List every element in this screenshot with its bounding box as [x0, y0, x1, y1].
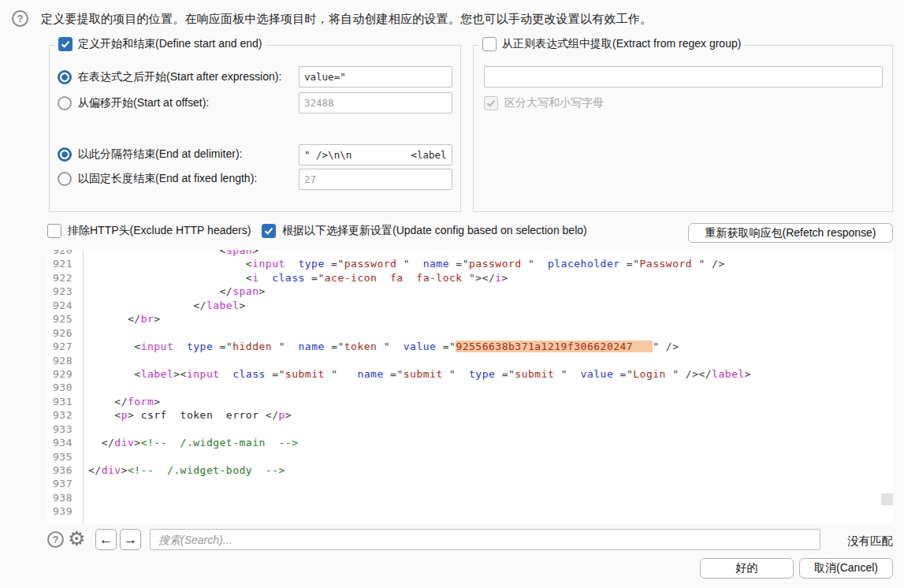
- define-start-end-group: 定义开始和结束(Define start and end) 在表达式之后开始(S…: [49, 45, 461, 212]
- radio-end-at-fixed-length[interactable]: [58, 172, 72, 186]
- dialog-help-icon[interactable]: ?: [12, 10, 28, 27]
- code-line: 923 </span>: [47, 285, 893, 298]
- radio-end-at-delimiter[interactable]: [58, 147, 72, 162]
- cancel-button[interactable]: 取消(Cancel): [799, 558, 893, 579]
- search-input[interactable]: [150, 529, 820, 550]
- left-arrow-icon: ←: [99, 532, 113, 548]
- define-start-end-label: 定义开始和结束(Define start and end): [78, 37, 262, 51]
- start-at-offset-label: 从偏移开始(Start at offset):: [78, 96, 209, 110]
- extract-item-dialog: ? 定义要提取的项目的位置。在响应面板中选择项目时，将自动创建相应的设置。您也可…: [0, 0, 904, 588]
- code-line: 937: [47, 477, 893, 490]
- code-line: 921 <input type ="password " name ="pass…: [47, 257, 893, 270]
- case-sensitive-label: 区分大写和小写字母: [504, 96, 604, 110]
- end-at-delimiter-label: 以此分隔符结束(End at delimiter):: [78, 147, 242, 162]
- code-line: 925 </br>: [47, 312, 893, 326]
- search-help-icon[interactable]: ?: [47, 531, 64, 548]
- update-config-label: 根据以下选择更新设置(Update config based on select…: [282, 224, 587, 238]
- code-line: 935: [47, 450, 893, 463]
- check-icon: [61, 40, 70, 48]
- code-line: 933: [47, 422, 893, 436]
- exclude-http-headers-checkbox[interactable]: [47, 224, 61, 238]
- code-line: 926: [47, 326, 893, 340]
- start-after-expression-label: 在表达式之后开始(Start after expression):: [78, 70, 281, 84]
- code-line: 930: [47, 381, 893, 394]
- search-previous-button[interactable]: ←: [95, 529, 117, 550]
- code-line: 938: [47, 491, 893, 504]
- code-line: 936</div><!-- /.widget-body -->: [47, 463, 893, 477]
- end-at-fixed-length-label: 以固定长度结束(End at fixed length):: [78, 172, 257, 186]
- end-at-fixed-length-input: [299, 169, 452, 190]
- extract-regex-checkbox[interactable]: [482, 37, 497, 51]
- code-line: 931 </form>: [47, 395, 893, 408]
- code-line: 924 </label>: [47, 299, 893, 312]
- code-line: 920 <span>: [47, 250, 893, 257]
- search-settings-gear-icon[interactable]: ⚙: [68, 530, 85, 547]
- refetch-response-button[interactable]: 重新获取响应包(Refetch response): [688, 223, 893, 243]
- search-no-match-status: 没有匹配: [847, 534, 893, 549]
- end-at-delimiter-input[interactable]: [299, 144, 452, 166]
- case-sensitive-checkbox: [484, 96, 498, 110]
- code-line: 928: [47, 354, 893, 367]
- radio-start-after-expression[interactable]: [58, 70, 72, 84]
- start-at-offset-input: [299, 92, 452, 114]
- check-icon: [264, 227, 273, 235]
- right-arrow-icon: →: [124, 532, 137, 548]
- dialog-description: 定义要提取的项目的位置。在响应面板中选择项目时，将自动创建相应的设置。您也可以手…: [41, 12, 652, 27]
- radio-start-at-offset[interactable]: [58, 96, 72, 110]
- regex-input[interactable]: [484, 66, 883, 87]
- code-line: 932 <p> csrf token error </p>: [47, 408, 893, 422]
- scrollbar-thumb[interactable]: [881, 493, 893, 505]
- code-lines: 920 <span>921 <input type ="password " n…: [47, 250, 893, 519]
- code-line: 922 <i class ="ace-icon fa fa-lock "></i…: [47, 271, 893, 285]
- question-mark-glyph: ?: [53, 534, 59, 545]
- code-line: 939: [47, 504, 893, 518]
- code-line: 929 <label><input class ="submit " name …: [47, 367, 893, 381]
- check-icon: [486, 99, 496, 107]
- define-start-end-checkbox[interactable]: [58, 37, 73, 51]
- question-mark-glyph: ?: [17, 13, 24, 24]
- start-after-expression-input[interactable]: [299, 66, 452, 87]
- extract-regex-label: 从正则表达式组中提取(Extract from regex group): [502, 37, 741, 51]
- extract-regex-group: 从正则表达式组中提取(Extract from regex group) 区分大…: [473, 45, 893, 212]
- exclude-http-headers-label: 排除HTTP头(Exclude HTTP headers): [68, 224, 251, 238]
- response-code-viewer[interactable]: 920 <span>921 <input type ="password " n…: [47, 250, 893, 524]
- update-config-checkbox[interactable]: [262, 224, 276, 238]
- code-line: 934 </div><!-- /.widget-main -->: [47, 436, 893, 449]
- gutter-separator: [83, 250, 84, 524]
- search-next-button[interactable]: →: [120, 529, 141, 550]
- ok-button[interactable]: 好的: [700, 558, 794, 579]
- code-line: 927 <input type ="hidden " name ="token …: [47, 340, 893, 353]
